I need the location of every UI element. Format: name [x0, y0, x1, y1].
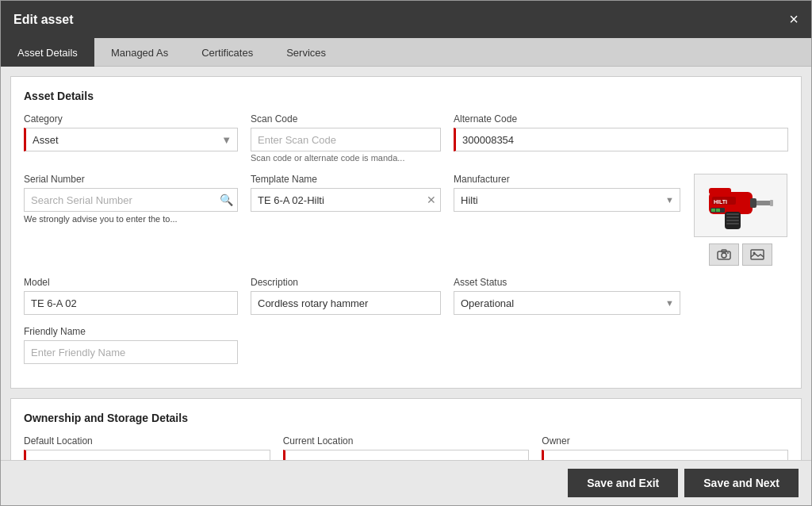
scan-code-hint: Scan code or alternate code is manda... — [251, 153, 441, 163]
svg-rect-5 — [726, 213, 739, 215]
manufacturer-wrapper: Hilti Bosch Makita DeWalt ▼ — [454, 188, 680, 212]
modal-footer: Save and Exit Save and Next — [1, 460, 811, 505]
model-input[interactable] — [24, 291, 238, 315]
svg-rect-4 — [750, 198, 756, 208]
template-name-group: Template Name ✕ — [251, 174, 441, 212]
owner-input[interactable] — [542, 450, 788, 460]
asset-details-section: Asset Details Category Asset Tool Equipm… — [10, 76, 802, 389]
asset-status-wrapper: Operational Non-Operational Retired ▼ — [454, 291, 680, 315]
friendly-name-label: Friendly Name — [24, 326, 238, 337]
description-group: Description — [251, 277, 441, 315]
svg-rect-12 — [711, 209, 715, 212]
default-location-group: Default Location — [24, 435, 270, 460]
category-label: Category — [24, 113, 238, 125]
svg-point-18 — [727, 252, 729, 254]
default-location-label: Default Location — [24, 435, 270, 447]
save-next-button[interactable]: Save and Next — [684, 469, 799, 497]
svg-rect-13 — [716, 209, 720, 212]
image-actions — [709, 243, 772, 266]
save-exit-button[interactable]: Save and Exit — [568, 469, 678, 497]
owner-label: Owner — [542, 435, 788, 447]
svg-point-16 — [722, 253, 726, 258]
tool-image-svg: HILTI — [701, 176, 780, 235]
current-location-group: Current Location — [283, 435, 530, 460]
search-icon[interactable]: 🔍 — [220, 194, 233, 206]
scan-code-label: Scan Code — [251, 113, 441, 125]
form-row-3: Model Description Asset Status Operation… — [24, 277, 788, 315]
modal-header: Edit asset × — [1, 1, 811, 38]
close-button[interactable]: × — [789, 10, 799, 29]
category-select[interactable]: Asset Tool Equipment — [24, 128, 238, 151]
tab-asset-details[interactable]: Asset Details — [1, 38, 94, 67]
model-group: Model — [24, 277, 238, 315]
form-row-4: Friendly Name — [24, 326, 788, 364]
manufacturer-select[interactable]: Hilti Bosch Makita DeWalt — [454, 188, 680, 212]
camera-button[interactable] — [709, 243, 739, 266]
tab-bar: Asset Details Managed As Certificates Se… — [1, 38, 811, 67]
current-location-input[interactable] — [283, 450, 530, 460]
image-button[interactable] — [742, 243, 772, 266]
serial-number-search-wrapper: 🔍 — [24, 188, 238, 212]
asset-details-title: Asset Details — [24, 90, 788, 102]
current-location-label: Current Location — [283, 435, 530, 447]
svg-rect-14 — [709, 188, 731, 194]
template-clear-icon[interactable]: ✕ — [427, 194, 436, 206]
asset-status-select[interactable]: Operational Non-Operational Retired — [454, 291, 680, 315]
serial-number-label: Serial Number — [24, 174, 238, 185]
serial-number-warn: We strongly advise you to enter the to..… — [24, 214, 238, 224]
svg-rect-19 — [751, 250, 764, 259]
camera-icon — [717, 249, 731, 260]
default-location-input[interactable] — [24, 450, 270, 460]
edit-asset-modal: Edit asset × Asset Details Managed As Ce… — [0, 0, 812, 506]
category-group: Category Asset Tool Equipment ▼ — [24, 113, 238, 151]
serial-number-group: Serial Number 🔍 — [24, 174, 238, 212]
manufacturer-label: Manufacturer — [454, 174, 680, 185]
asset-status-label: Asset Status — [454, 277, 680, 288]
svg-rect-3 — [770, 200, 773, 206]
serial-number-input[interactable] — [24, 188, 238, 212]
template-name-label: Template Name — [251, 174, 441, 185]
tab-certificates[interactable]: Certificates — [185, 38, 270, 67]
ownership-title: Ownership and Storage Details — [24, 412, 788, 424]
modal-body: Asset Details Category Asset Tool Equipm… — [1, 67, 811, 460]
asset-image: HILTI — [694, 174, 787, 237]
asset-status-group: Asset Status Operational Non-Operational… — [454, 277, 680, 315]
alternate-code-label: Alternate Code — [454, 113, 788, 125]
modal-title: Edit asset — [13, 13, 74, 27]
owner-group: Owner — [542, 435, 788, 460]
tab-services[interactable]: Services — [270, 38, 343, 67]
template-wrapper: ✕ — [251, 188, 441, 212]
ownership-section: Ownership and Storage Details Default Lo… — [10, 398, 802, 460]
scan-code-group: Scan Code Scan code or alternate code is… — [251, 113, 441, 163]
scan-code-input[interactable] — [251, 128, 441, 151]
category-wrapper: Asset Tool Equipment ▼ — [24, 128, 238, 151]
form-row-1: Category Asset Tool Equipment ▼ Scan Cod… — [24, 113, 788, 163]
tab-managed-as[interactable]: Managed As — [94, 38, 185, 67]
image-icon — [750, 249, 764, 260]
svg-text:HILTI: HILTI — [714, 199, 727, 205]
ownership-row: Default Location Current Location Owner — [24, 435, 788, 460]
friendly-name-input[interactable] — [24, 340, 238, 364]
friendly-name-group: Friendly Name — [24, 326, 238, 364]
svg-rect-8 — [726, 223, 739, 224]
asset-image-container: HILTI — [693, 174, 788, 266]
svg-rect-6 — [726, 217, 739, 218]
alternate-code-group: Alternate Code — [454, 113, 788, 151]
model-label: Model — [24, 277, 238, 288]
description-input[interactable] — [251, 291, 441, 315]
template-name-input[interactable] — [251, 188, 441, 212]
description-label: Description — [251, 277, 441, 288]
manufacturer-group: Manufacturer Hilti Bosch Makita DeWalt ▼ — [454, 174, 680, 212]
svg-rect-7 — [726, 220, 739, 221]
form-row-2: Serial Number 🔍 We strongly advise you t… — [24, 174, 788, 266]
alternate-code-input[interactable] — [454, 128, 788, 151]
